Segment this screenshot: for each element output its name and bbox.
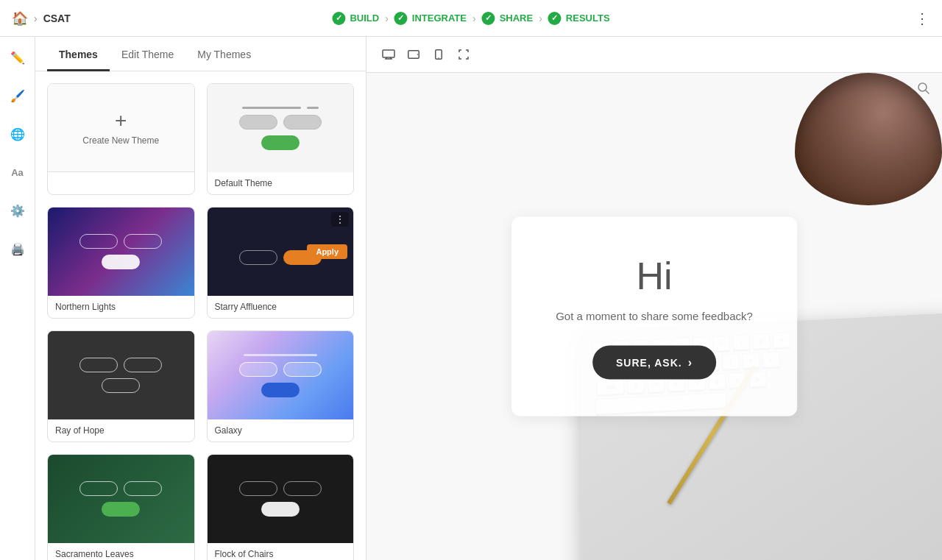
survey-hi-text: Hi bbox=[556, 254, 753, 298]
nav-steps: ✓ BUILD › ✓ INTEGRATE › ✓ SHARE › ✓ RESU… bbox=[332, 12, 609, 25]
starry-affluence-thumb: ⋮ Apply bbox=[208, 208, 354, 296]
sacramento-leaves-thumb bbox=[48, 455, 194, 543]
theme-card-default[interactable]: Default Theme bbox=[207, 83, 355, 195]
themes-grid-container: + Create New Theme bbox=[35, 71, 366, 560]
theme-card-northern-lights[interactable]: Northern Lights bbox=[47, 207, 195, 319]
svg-rect-0 bbox=[383, 50, 394, 57]
preview-fullscreen-icon[interactable] bbox=[453, 44, 474, 65]
northern-lights-label: Northern Lights bbox=[48, 296, 194, 318]
top-nav: 🏠 › CSAT ✓ BUILD › ✓ INTEGRATE › ✓ SHARE… bbox=[0, 0, 942, 37]
survey-card: Hi Got a moment to share some feedback? … bbox=[511, 217, 797, 417]
nl-pill-2 bbox=[124, 234, 162, 249]
create-plus-icon: + bbox=[115, 110, 127, 131]
themes-panel: Themes Edit Theme My Themes + Create New… bbox=[35, 37, 366, 560]
preview-area: Q W E R T Y U I O P A bbox=[366, 37, 942, 560]
sl-pill-green bbox=[102, 502, 140, 517]
more-options-button[interactable]: ⋮ bbox=[915, 10, 930, 27]
galaxy-label: Galaxy bbox=[208, 419, 354, 442]
default-theme-thumb bbox=[208, 84, 354, 172]
galaxy-pill-1 bbox=[239, 362, 277, 377]
galaxy-pill-blue bbox=[261, 383, 300, 397]
step-integrate-check: ✓ bbox=[394, 12, 408, 25]
svg-line-9 bbox=[926, 91, 929, 93]
apply-badge[interactable]: Apply bbox=[307, 244, 347, 259]
flock-of-chairs-label: Flock of Chairs bbox=[208, 543, 354, 560]
themes-grid: + Create New Theme bbox=[47, 83, 354, 560]
theme-card-flock-of-chairs[interactable]: Flock of Chairs bbox=[207, 454, 355, 560]
tab-my-themes[interactable]: My Themes bbox=[185, 37, 263, 71]
create-theme-thumb: + Create New Theme bbox=[48, 84, 194, 172]
starry-more-btn[interactable]: ⋮ bbox=[331, 212, 349, 227]
svg-point-7 bbox=[438, 57, 439, 59]
sidebar-icon-print[interactable]: 🖨️ bbox=[6, 237, 29, 260]
sl-pill-2 bbox=[124, 481, 162, 496]
sidebar-icon-pencil[interactable]: ✏️ bbox=[6, 46, 29, 69]
roh-pill-2 bbox=[124, 358, 162, 372]
ray-of-hope-label: Ray of Hope bbox=[48, 419, 194, 442]
northern-lights-thumb bbox=[48, 208, 194, 296]
step-share-check: ✓ bbox=[482, 12, 495, 25]
step-arrow-2: › bbox=[472, 13, 476, 24]
nl-pill-1 bbox=[79, 234, 118, 249]
sidebar-icon-settings[interactable]: ⚙️ bbox=[6, 199, 29, 222]
theme-card-starry-affluence[interactable]: ⋮ Apply Starry Affluence bbox=[207, 207, 355, 319]
create-theme-label: Create New Theme bbox=[82, 135, 159, 146]
theme-card-sacramento-leaves[interactable]: Sacramento Leaves bbox=[47, 454, 195, 560]
preview-tablet-v-icon[interactable] bbox=[428, 44, 449, 65]
preview-desktop-icon[interactable] bbox=[378, 44, 399, 65]
sa-pill-1 bbox=[239, 250, 277, 265]
theme-card-galaxy[interactable]: Galaxy bbox=[207, 330, 355, 442]
themes-tabs: Themes Edit Theme My Themes bbox=[35, 37, 366, 71]
tab-themes[interactable]: Themes bbox=[47, 37, 110, 71]
default-theme-label: Default Theme bbox=[208, 172, 354, 194]
dt-pill-1 bbox=[239, 115, 277, 130]
galaxy-line bbox=[244, 354, 317, 356]
sidebar-icon-text[interactable]: Aa bbox=[6, 160, 29, 184]
nl-pill-white bbox=[102, 255, 140, 269]
svg-point-8 bbox=[918, 83, 927, 91]
step-results[interactable]: ✓ RESULTS bbox=[548, 12, 610, 25]
survey-button[interactable]: SURE, ASK. › bbox=[592, 346, 716, 380]
preview-search-icon[interactable] bbox=[917, 82, 930, 98]
step-results-check: ✓ bbox=[548, 12, 562, 25]
ray-of-hope-thumb bbox=[48, 331, 194, 419]
svg-point-5 bbox=[417, 54, 419, 55]
preview-tablet-h-icon[interactable] bbox=[403, 44, 424, 65]
step-share[interactable]: ✓ SHARE bbox=[482, 12, 534, 25]
foc-pill-white bbox=[261, 502, 300, 517]
theme-card-create[interactable]: + Create New Theme bbox=[47, 83, 195, 195]
dt-pill-2 bbox=[283, 115, 322, 130]
main-content: ✏️ 🖌️ 🌐 Aa ⚙️ 🖨️ Themes Edit Theme My Th… bbox=[0, 37, 942, 560]
sidebar-icons: ✏️ 🖌️ 🌐 Aa ⚙️ 🖨️ bbox=[0, 37, 35, 560]
theme-card-ray-of-hope[interactable]: Ray of Hope bbox=[47, 330, 195, 442]
galaxy-pill-2 bbox=[283, 362, 322, 377]
step-build-check: ✓ bbox=[332, 12, 345, 25]
dt-pill-green bbox=[261, 135, 300, 150]
starry-affluence-label: Starry Affluence bbox=[208, 296, 354, 318]
flock-of-chairs-thumb bbox=[208, 455, 354, 543]
foc-pill-1 bbox=[239, 481, 277, 496]
survey-subtitle-text: Got a moment to share some feedback? bbox=[556, 310, 753, 322]
tab-edit-theme[interactable]: Edit Theme bbox=[110, 37, 185, 71]
foc-pill-2 bbox=[283, 481, 322, 496]
preview-content: Q W E R T Y U I O P A bbox=[366, 73, 942, 560]
dt-line bbox=[242, 107, 301, 109]
sidebar-icon-globe[interactable]: 🌐 bbox=[6, 122, 29, 146]
sl-pill-1 bbox=[79, 481, 118, 496]
home-icon[interactable]: 🏠 bbox=[12, 10, 28, 26]
step-integrate[interactable]: ✓ INTEGRATE bbox=[394, 12, 467, 25]
breadcrumb-chevron: › bbox=[34, 13, 38, 24]
app-title: CSAT bbox=[43, 13, 71, 24]
roh-pill-1 bbox=[79, 358, 118, 372]
galaxy-thumb bbox=[208, 331, 354, 419]
step-arrow-1: › bbox=[385, 13, 389, 24]
preview-toolbar bbox=[366, 37, 942, 73]
sidebar-icon-paint[interactable]: 🖌️ bbox=[6, 84, 29, 107]
step-build[interactable]: ✓ BUILD bbox=[332, 12, 379, 25]
sacramento-leaves-label: Sacramento Leaves bbox=[48, 543, 194, 560]
step-arrow-3: › bbox=[539, 13, 542, 24]
survey-button-arrow: › bbox=[688, 356, 693, 369]
coffee-area bbox=[765, 73, 942, 205]
